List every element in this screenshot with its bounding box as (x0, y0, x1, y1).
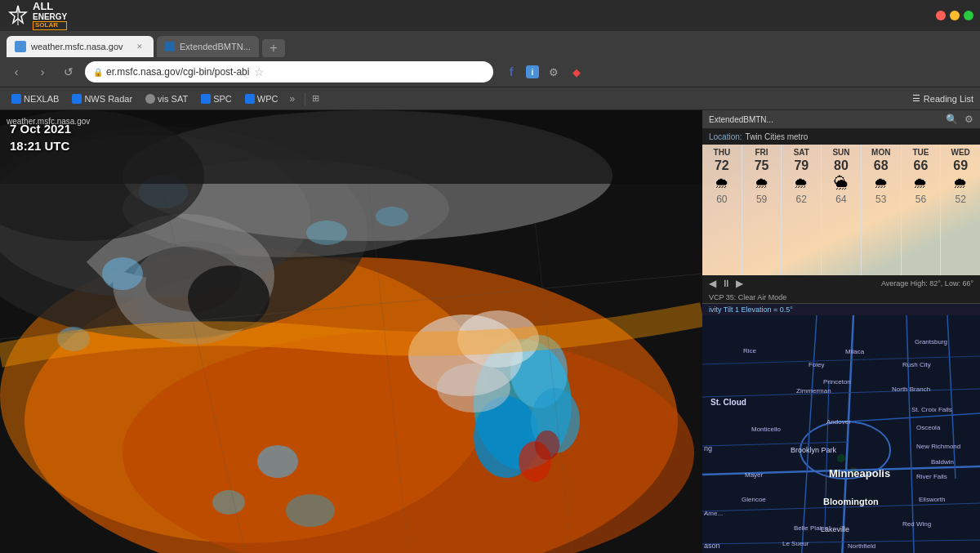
main-content: weather.msfc.nasa.gov 7 Oct 2021 18:21 U… (0, 110, 980, 553)
bookmarks-bar: NEXLAB NWS Radar vis SAT SPC WPC » ⊞ ☰ R… (0, 87, 980, 109)
facebook-icon[interactable]: f (503, 64, 519, 80)
maximize-button[interactable] (964, 11, 973, 20)
bookmark-spc[interactable]: SPC (196, 92, 237, 105)
forward-button[interactable]: › (33, 62, 52, 82)
satellite-timestamp: 7 Oct 2021 18:21 UTC (10, 120, 71, 154)
svg-point-17 (535, 430, 559, 460)
extended-tab-title: ExtendedBMTN... (709, 115, 773, 124)
bookmark-wpc[interactable]: WPC (240, 92, 283, 105)
svg-text:Foley: Foley (808, 361, 825, 368)
forecast-day-sat: SAT 79 🌧 62 (782, 145, 822, 275)
bookmark-vis-sat[interactable]: vis SAT (140, 92, 193, 105)
new-tab-btn[interactable]: + (262, 39, 285, 57)
bookmark-wpc-label: WPC (257, 94, 278, 104)
tab-active-favicon (15, 41, 26, 52)
satellite-image: weather.msfc.nasa.gov 7 Oct 2021 18:21 U… (0, 110, 702, 553)
svg-text:Osceola: Osceola (916, 424, 941, 431)
right-panel: ExtendedBMTN... 🔍 ⚙ Location: Twin Citie… (702, 110, 980, 553)
spc-favicon (201, 94, 211, 104)
svg-point-18 (257, 445, 298, 478)
svg-point-11 (188, 265, 270, 331)
svg-text:Grantsburg: Grantsburg (915, 338, 947, 346)
svg-text:Minneapolis: Minneapolis (829, 467, 890, 479)
svg-text:Milaca: Milaca (845, 348, 865, 355)
svg-text:Bloomington: Bloomington (823, 497, 879, 506)
svg-text:St. Croix Falls: St. Croix Falls (911, 406, 952, 413)
browser-chrome: ALL ENERGY SOLAR weather.msfc.nasa.gov ✕… (0, 0, 980, 110)
radar-section: ivity Tilt 1 Elevation = 0.5° (702, 304, 980, 553)
settings-icon[interactable]: ⚙ (964, 114, 973, 125)
svg-point-19 (212, 490, 245, 515)
svg-point-21 (102, 257, 143, 290)
tab-close-btn[interactable]: ✕ (134, 41, 145, 52)
tab-active-label: weather.msfc.nasa.gov (31, 42, 123, 51)
svg-text:St. Cloud: St. Cloud (710, 398, 746, 407)
forecast-day-tue: TUE 66 🌧 56 (902, 145, 942, 275)
radar-map: Minneapolis Bloomington Brooklyn Park La… (702, 315, 980, 553)
refresh-button[interactable]: ↺ (59, 62, 78, 82)
prev-btn[interactable]: ◀ (709, 278, 716, 289)
svg-text:New Richmond: New Richmond (916, 443, 960, 450)
tab-inactive[interactable]: ExtendedBMTN... (157, 36, 259, 57)
another-extension-icon[interactable]: ◆ (568, 64, 585, 80)
next-btn[interactable]: ▶ (736, 278, 743, 289)
address-bar[interactable]: 🔒 er.msfc.nasa.gov/cgi-bin/post-abi ☆ (85, 61, 493, 83)
svg-point-75 (837, 454, 845, 462)
logo-all: ALL (33, 1, 67, 12)
forecast-day-sun: SUN 80 🌦 64 (822, 145, 862, 275)
radar-toolbar-label: ivity Tilt 1 Elevation = 0.5° (709, 305, 793, 314)
logo-area: ALL ENERGY SOLAR (7, 1, 67, 30)
wpc-favicon (245, 94, 255, 104)
right-panel-tab: ExtendedBMTN... 🔍 ⚙ (702, 110, 980, 129)
separator (305, 92, 305, 105)
tab-active[interactable]: weather.msfc.nasa.gov ✕ (7, 36, 154, 57)
bookmark-spc-label: SPC (213, 94, 232, 104)
bookmark-nexlab[interactable]: NEXLAB (7, 92, 64, 105)
vcp-label: VCP 35: Clear Air Mode (709, 293, 786, 301)
bookmarks-overflow[interactable]: » (289, 93, 295, 105)
logo-energy: ENERGY (33, 12, 67, 21)
bookmark-star-icon[interactable]: ☆ (254, 65, 265, 78)
tab-bar: weather.msfc.nasa.gov ✕ ExtendedBMTN... … (0, 31, 980, 57)
weather-widget: Location: Twin Cities metro THU 72 🌧 60 … (702, 129, 980, 304)
pause-btn[interactable]: ⏸ (721, 278, 731, 289)
svg-point-24 (306, 221, 347, 245)
minimize-button[interactable] (950, 11, 960, 20)
reading-list-label: Reading List (924, 94, 973, 104)
svg-text:Andover: Andover (826, 418, 851, 426)
search-icon[interactable]: 🔍 (946, 114, 958, 125)
close-button[interactable] (936, 11, 946, 20)
svg-text:Ellsworth: Ellsworth (919, 496, 945, 503)
logo-solar: SOLAR (33, 21, 67, 30)
extension-icon[interactable]: ⚙ (546, 64, 562, 80)
forecast-day-mon: MON 68 🌧 53 (862, 145, 902, 275)
info-icon[interactable]: i (526, 65, 539, 78)
satellite-svg (0, 110, 702, 553)
svg-point-28 (437, 363, 510, 413)
bookmark-nexlab-label: NEXLAB (24, 94, 59, 104)
lock-icon: 🔒 (93, 68, 103, 77)
address-bar-row: ‹ › ↺ 🔒 er.msfc.nasa.gov/cgi-bin/post-ab… (0, 57, 980, 87)
bookmarks-icon-area[interactable]: ⊞ (312, 93, 319, 104)
satellite-time: 18:21 UTC (10, 137, 71, 154)
bookmark-vis-sat-label: vis SAT (158, 94, 188, 104)
left-panel: weather.msfc.nasa.gov 7 Oct 2021 18:21 U… (0, 110, 702, 553)
tab-inactive-label: ExtendedBMTN... (180, 42, 251, 51)
svg-text:Brooklyn Park: Brooklyn Park (791, 446, 837, 454)
svg-point-20 (286, 494, 335, 527)
radar-toolbar: ivity Tilt 1 Elevation = 0.5° (702, 304, 980, 315)
svg-text:Princeton: Princeton (823, 378, 851, 386)
svg-text:Rice: Rice (743, 347, 757, 355)
nexlab-favicon (11, 94, 21, 104)
svg-text:Le Sueur: Le Sueur (782, 540, 809, 547)
forecast-day-fri: FRI 75 🌧 59 (742, 145, 782, 275)
back-button[interactable]: ‹ (7, 62, 26, 82)
svg-text:Glencoe: Glencoe (742, 496, 766, 503)
bookmark-nws-radar[interactable]: NWS Radar (67, 92, 137, 105)
forecast-day-wed: WED 69 🌧 52 (941, 145, 980, 275)
toolbar-icons: f i ⚙ ◆ (503, 64, 585, 80)
weather-info-bar: VCP 35: Clear Air Mode (702, 292, 980, 303)
reading-list-btn[interactable]: ☰ Reading List (912, 93, 973, 104)
svg-text:Ame...: Ame... (704, 510, 723, 517)
weather-controls: ◀ ⏸ ▶ Average High: 82°, Low: 66° (702, 275, 980, 292)
